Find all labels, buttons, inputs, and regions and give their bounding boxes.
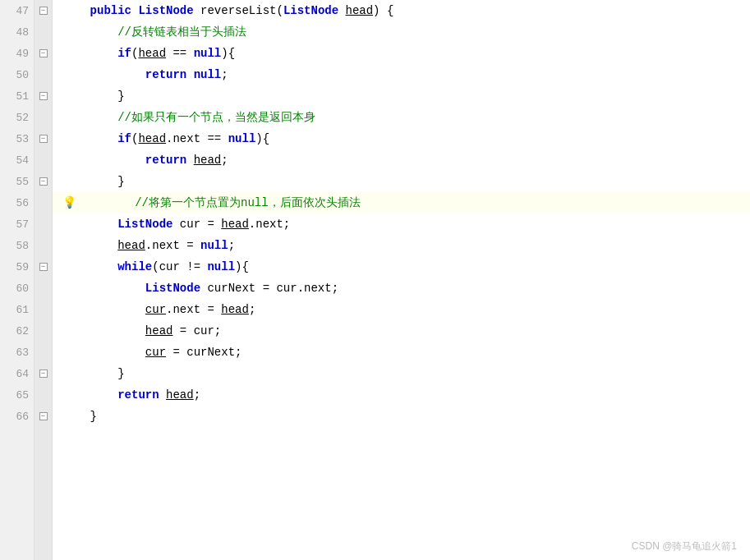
type-name: ListNode — [138, 4, 193, 17]
code-line: return null; — [53, 64, 750, 85]
type-name: ListNode — [117, 218, 173, 231]
code-line: //如果只有一个节点，当然是返回本身 — [53, 107, 750, 128]
plain-token: cur = — [173, 218, 221, 231]
plain-token: .next = — [145, 239, 200, 252]
fold-icon[interactable]: − — [39, 135, 48, 143]
code-line-content: } — [62, 90, 125, 103]
gutter-cell — [35, 235, 52, 256]
code-line-content: head.next = null; — [62, 239, 235, 252]
line-number: 53 — [0, 128, 34, 149]
plain-token: ; — [249, 303, 255, 316]
line-number: 55 — [0, 171, 34, 192]
keyword: null — [200, 239, 228, 252]
plain-token: ; — [221, 68, 228, 81]
fold-icon[interactable]: − — [39, 370, 48, 378]
type-name: ListNode — [283, 4, 338, 17]
plain-token: .next == — [166, 132, 228, 145]
line-number: 58 — [0, 235, 34, 256]
line-number: 47 — [0, 0, 34, 21]
gutter-cell — [35, 192, 52, 213]
plain-token: == — [166, 47, 194, 60]
keyword: null — [228, 132, 256, 145]
line-number: 63 — [0, 342, 34, 363]
gutter-cell — [35, 278, 52, 299]
indent — [80, 196, 135, 209]
gutter-cell — [35, 320, 52, 342]
code-line: } — [53, 85, 750, 107]
line-number: 60 — [0, 278, 34, 299]
plain-token: ){ — [221, 47, 235, 60]
code-line: } — [53, 171, 750, 192]
indent — [62, 239, 117, 252]
indent — [62, 303, 145, 316]
line-number: 54 — [0, 149, 34, 171]
line-number: 62 — [0, 320, 34, 342]
indent — [62, 260, 117, 273]
plain-token: } — [117, 90, 124, 103]
code-line: return head; — [53, 149, 750, 171]
keyword: null — [194, 47, 222, 60]
fold-icon[interactable]: − — [39, 49, 48, 57]
gutter-cell — [35, 149, 52, 171]
underline-token: head — [194, 154, 222, 167]
plain-token: reverseList( — [194, 4, 283, 17]
keyword: return — [117, 388, 159, 402]
fold-icon[interactable]: − — [39, 177, 48, 186]
plain-token: } — [90, 410, 97, 423]
gutter-cell — [35, 213, 52, 235]
code-line-content: cur = curNext; — [62, 346, 242, 359]
keyword: return — [145, 68, 186, 81]
plain-token: } — [117, 367, 124, 380]
underline-token: head — [166, 388, 194, 402]
indent — [62, 324, 145, 337]
indent — [62, 25, 117, 39]
line-number: 52 — [0, 107, 34, 128]
fold-icon[interactable]: − — [39, 92, 48, 100]
code-line-content: ListNode cur = head.next; — [62, 218, 290, 231]
gutter-cell: − — [35, 256, 52, 278]
gutter: −−−−−−−− — [35, 0, 53, 560]
indent — [62, 90, 117, 103]
plain-token: = cur; — [173, 324, 221, 337]
gutter-cell: − — [35, 363, 52, 384]
plain-token: ; — [228, 239, 235, 252]
code-line: head.next = null; — [53, 235, 750, 256]
code-line-content: return head; — [62, 388, 200, 402]
code-line-content: cur.next = head; — [62, 303, 255, 316]
code-line-content: head = cur; — [62, 324, 221, 337]
gutter-cell: − — [35, 43, 52, 64]
indent — [62, 218, 117, 231]
code-line: cur = curNext; — [53, 342, 750, 363]
gutter-cell — [35, 342, 52, 363]
fold-icon[interactable]: − — [39, 263, 48, 271]
line-numbers: 4748495051525354555657585960616263646566 — [0, 0, 35, 560]
underline-token: head — [145, 324, 173, 337]
indent — [62, 367, 117, 380]
indent — [62, 47, 117, 60]
comment: //反转链表相当于头插法 — [117, 25, 246, 39]
code-line-content: if(head == null){ — [62, 47, 235, 60]
gutter-cell — [35, 299, 52, 320]
plain-token: ; — [194, 388, 200, 402]
gutter-cell — [35, 384, 52, 406]
code-line-content: return head; — [62, 154, 228, 167]
indent — [62, 346, 145, 359]
indent — [62, 4, 90, 17]
line-number: 49 — [0, 43, 34, 64]
code-line: while(cur != null){ — [53, 256, 750, 278]
code-line-content: while(cur != null){ — [62, 260, 249, 273]
underline-token: head — [346, 4, 374, 17]
comment: //如果只有一个节点，当然是返回本身 — [117, 111, 315, 124]
fold-icon[interactable]: − — [39, 412, 48, 420]
indent — [62, 388, 117, 402]
gutter-cell — [35, 107, 52, 128]
code-line: } — [53, 363, 750, 384]
code-line: } — [53, 406, 750, 427]
underline-token: head — [221, 303, 249, 316]
hint-bulb-icon: 💡 — [62, 196, 76, 209]
plain-token — [186, 68, 193, 81]
gutter-cell: − — [35, 85, 52, 107]
line-number: 57 — [0, 213, 34, 235]
fold-icon[interactable]: − — [39, 7, 48, 15]
underline-token: head — [138, 132, 166, 145]
